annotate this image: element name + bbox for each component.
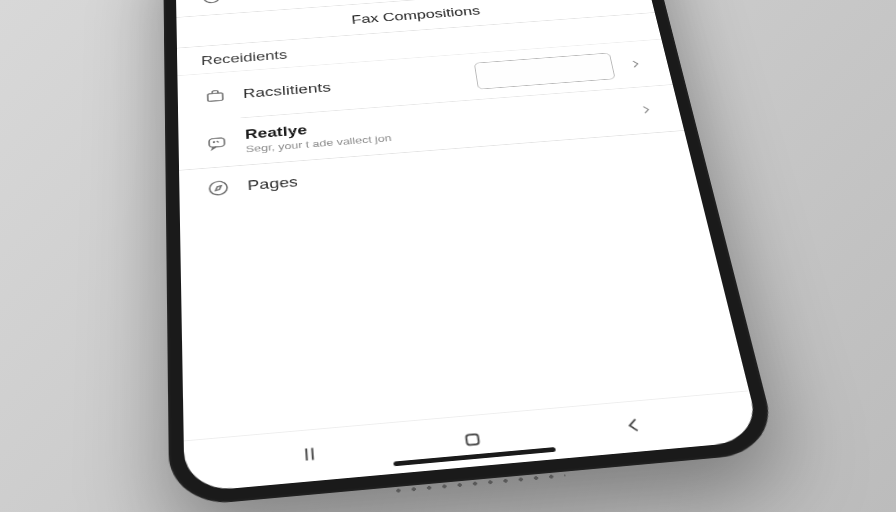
svg-point-4 (204, 0, 220, 3)
svg-point-8 (209, 181, 227, 196)
phone-frame: Reccidlientts Fle-ll sizes Fax Compositi… (163, 0, 780, 508)
nav-back-button[interactable] (604, 401, 664, 449)
circle-icon (199, 0, 225, 7)
svg-point-7 (213, 142, 214, 143)
chat-icon (203, 132, 230, 154)
phone-screen: Reccidlientts Fle-ll sizes Fax Compositi… (175, 0, 761, 493)
chevron-right-icon (626, 57, 645, 70)
svg-rect-11 (466, 434, 479, 445)
scroll-content[interactable]: Reccidlientts Fle-ll sizes Fax Compositi… (175, 0, 749, 440)
svg-rect-6 (209, 138, 225, 148)
recipients-input[interactable] (474, 53, 616, 90)
briefcase-icon (202, 86, 229, 107)
svg-line-9 (306, 448, 307, 460)
svg-rect-5 (208, 93, 223, 102)
chevron-right-icon (636, 103, 656, 117)
row-label: Racslitients (243, 70, 462, 101)
svg-line-10 (312, 448, 313, 460)
compass-icon (204, 177, 232, 200)
nav-recents-button[interactable] (283, 429, 338, 478)
